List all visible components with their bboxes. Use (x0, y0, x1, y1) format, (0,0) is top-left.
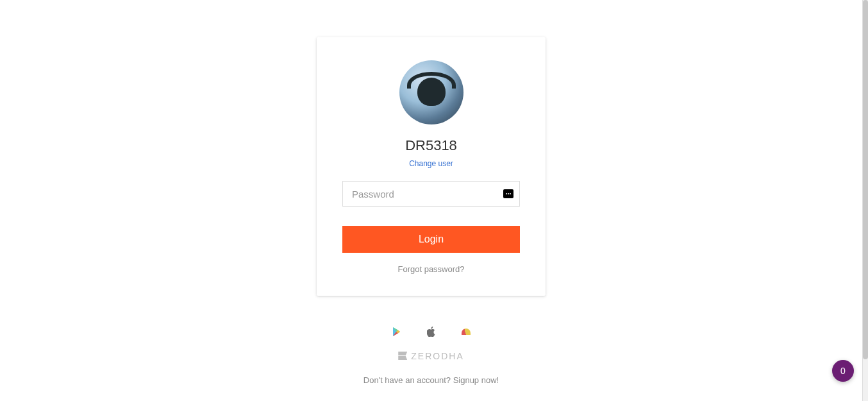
app-store-icons (392, 327, 471, 337)
password-manager-icon[interactable] (503, 189, 513, 198)
password-input[interactable] (342, 181, 520, 207)
signup-link[interactable]: Signup now! (453, 375, 499, 385)
user-avatar (399, 60, 463, 124)
brand-name: ZERODHA (411, 351, 463, 361)
apple-icon[interactable] (427, 327, 436, 337)
floating-badge-button[interactable]: 0 (832, 360, 854, 382)
login-page: DR5318 Change user Login Forgot password… (0, 0, 863, 401)
fab-badge-count: 0 (840, 366, 846, 376)
google-play-icon[interactable] (392, 327, 401, 337)
password-field-wrapper (342, 181, 520, 207)
brand-logo: ZERODHA (398, 351, 463, 361)
footer-area: ZERODHA Don't have an account? Signup no… (363, 327, 499, 385)
brand-mark-icon (398, 352, 407, 361)
forgot-password-link[interactable]: Forgot password? (397, 264, 464, 274)
change-user-link[interactable]: Change user (409, 159, 453, 168)
signup-prompt-line: Don't have an account? Signup now! (363, 375, 499, 385)
scrollbar-thumb[interactable] (863, 0, 868, 359)
signup-prompt-text: Don't have an account? (363, 375, 453, 385)
rainbow-icon[interactable] (462, 328, 471, 335)
login-button[interactable]: Login (342, 226, 520, 253)
login-card: DR5318 Change user Login Forgot password… (317, 37, 546, 296)
username-display: DR5318 (405, 137, 457, 154)
